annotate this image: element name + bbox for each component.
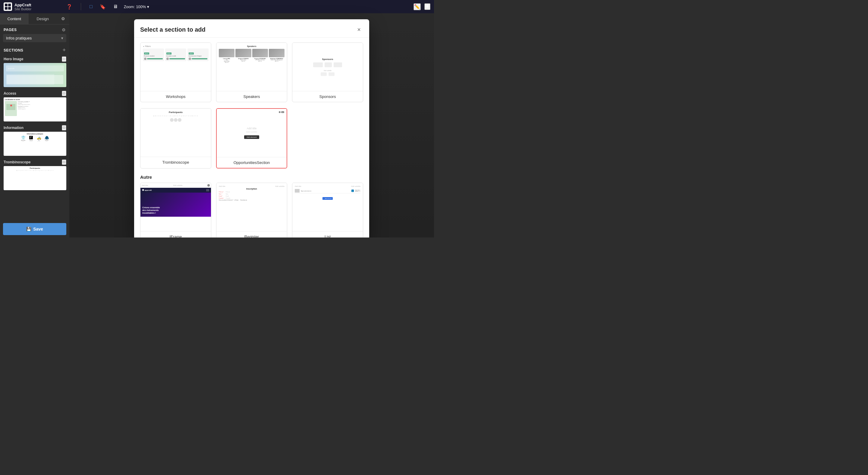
sidebar-tabs: Content Design ⚙ <box>0 13 69 24</box>
section-card-opportunities[interactable]: Add title Add subtitle Add element ▾ Opp… <box>216 108 287 168</box>
section-card-workshops[interactable]: ▼ Filters Atelier Économie circulaire <box>140 42 211 102</box>
preview-icon-button[interactable]: 👁 <box>424 3 430 10</box>
tab-design[interactable]: Design <box>29 13 57 24</box>
speakers-preview: Speakers Laurent BEL CEO Head of Sales <box>216 43 287 91</box>
section-item-trombinoscope: Trombinoscope ⚙ Participants A B C D E F… <box>0 158 69 192</box>
sections-title: SECTIONS <box>4 48 23 53</box>
information-thumbnail: Informations pratiques 👕 Dresscode du te… <box>4 132 66 156</box>
edit-icon-button[interactable]: ✏️ <box>413 3 421 10</box>
save-icon: 💾 <box>26 227 31 231</box>
pages-header: PAGES ⚙ <box>0 24 69 34</box>
iframe-preview: Add title Add subtitle 🅐 appcraft Créo <box>141 183 211 231</box>
trombinoscope-card-preview: Participants A B C D E F G H I J K L M N… <box>141 108 211 157</box>
app-logo: AppCraft Site Builder <box>4 2 58 11</box>
section-item-access: Access ⚙ Localisation et accès Comment y… <box>0 89 69 123</box>
speakers-label: Speakers <box>216 91 287 102</box>
top-bar: AppCraft Site Builder ❓ □ 🔖 🖥 Zoom: 100%… <box>0 0 434 13</box>
bookmark-button[interactable]: 🔖 <box>98 3 107 11</box>
monitor-button[interactable]: 🖥 <box>112 3 119 10</box>
zoom-button[interactable]: Zoom: 100% ▾ <box>124 4 150 9</box>
sponsors-label: Sponsors <box>292 91 363 102</box>
section-grid-autre: Add title Add subtitle 🅐 appcraft Créo <box>140 183 363 238</box>
modal-title: Select a section to add <box>140 26 206 33</box>
access-gear-button[interactable]: ⚙ <box>62 91 66 96</box>
section-card-iframe[interactable]: Add title Add subtitle 🅐 appcraft Créo <box>140 183 211 238</box>
modal-close-button[interactable]: × <box>355 25 363 34</box>
access-thumbnail: Localisation et accès Comment y accéder … <box>4 97 66 122</box>
section-select-modal: Select a section to add × ▼ Filters <box>134 19 369 238</box>
sponsors-preview: Sponsors Add subtitle <box>292 43 363 91</box>
sidebar: Content Design ⚙ PAGES ⚙ Infos pratiques… <box>0 13 69 238</box>
sections-list: Hero Image ⚙ appcraft Access ⚙ Localisat… <box>0 55 69 221</box>
chevron-down-icon: ▾ <box>147 4 149 9</box>
workshops-label: Workshops <box>141 91 211 102</box>
app-name: AppCraft Site Builder <box>14 3 31 11</box>
pages-gear-button[interactable]: ⚙ <box>62 27 66 32</box>
help-button[interactable]: ❓ <box>65 3 73 11</box>
settings-icon-button[interactable]: ⚙ <box>57 13 69 24</box>
workshops-preview: ▼ Filters Atelier Économie circulaire <box>141 43 211 91</box>
hero-thumbnail: appcraft <box>4 63 66 87</box>
modal-overlay: Select a section to add × ▼ Filters <box>69 13 434 238</box>
trombinoscope-thumbnail: Participants A B C D E F G H I J K L M N… <box>4 166 66 190</box>
register-label: Register <box>216 231 287 238</box>
app-logo-icon <box>4 2 12 11</box>
save-button[interactable]: 💾 Save <box>3 223 66 235</box>
section-card-register[interactable]: Add titleAdd subtitle Inscription Prénom… <box>216 183 287 238</box>
tab-content[interactable]: Content <box>0 13 29 24</box>
opportunities-preview: Add title Add subtitle Add element ▾ <box>217 109 287 157</box>
autre-group-title: Autre <box>140 175 363 180</box>
modal-body: ▼ Filters Atelier Économie circulaire <box>134 38 369 238</box>
section-card-trombinoscope[interactable]: Participants A B C D E F G H I J K L M N… <box>140 108 211 168</box>
page-icon-button[interactable]: □ <box>88 3 94 10</box>
section-card-speakers[interactable]: Speakers Laurent BEL CEO Head of Sales <box>216 42 287 102</box>
opportunities-label: OpportunitiesSection <box>217 157 287 168</box>
section-grid-middle: Participants A B C D E F G H I J K L M N… <box>140 108 363 168</box>
iframe-label: IFrame <box>141 231 211 238</box>
section-grid-top: ▼ Filters Atelier Économie circulaire <box>140 42 363 102</box>
list-preview: Add titleAdd subtitle Taper votre texte … <box>292 183 363 231</box>
app-subtitle-text: Site Builder <box>14 7 31 11</box>
section-card-sponsors[interactable]: Sponsors Add subtitle <box>292 42 363 102</box>
modal-header: Select a section to add × <box>134 19 369 38</box>
hero-gear-button[interactable]: ⚙ <box>62 56 66 62</box>
information-gear-button[interactable]: ⚙ <box>62 125 66 130</box>
trombinoscope-gear-button[interactable]: ⚙ <box>62 159 66 165</box>
chevron-icon: ▾ <box>61 36 63 40</box>
section-item-hero: Hero Image ⚙ appcraft <box>0 55 69 89</box>
section-card-list[interactable]: Add titleAdd subtitle Taper votre texte … <box>292 183 363 238</box>
page-dropdown[interactable]: Infos pratiques ▾ <box>3 34 66 42</box>
register-preview: Add titleAdd subtitle Inscription Prénom… <box>216 183 287 231</box>
trombinoscope-label: Trombinoscope <box>141 157 211 167</box>
list-label: List <box>292 231 363 238</box>
add-section-button[interactable]: + <box>62 47 66 53</box>
section-item-information: Information ⚙ Informations pratiques 👕 D… <box>0 123 69 158</box>
app-name-text: AppCraft <box>14 3 31 7</box>
